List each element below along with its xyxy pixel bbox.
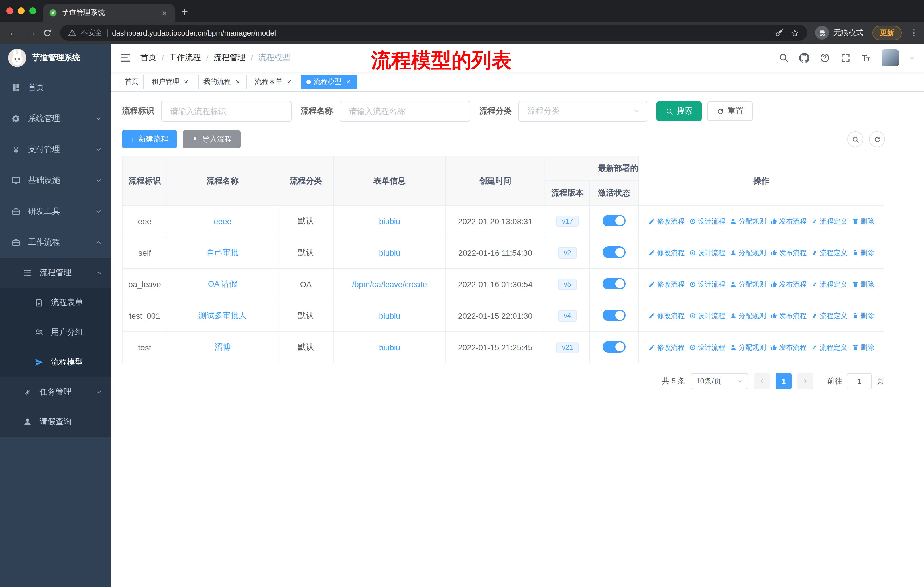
tag-process-model[interactable]: 流程模型 ×: [301, 74, 358, 89]
form-info-link[interactable]: biubiu: [379, 248, 401, 257]
form-info-link[interactable]: biubiu: [379, 343, 401, 352]
sidebar-item-process-mgmt[interactable]: 流程管理: [0, 258, 111, 288]
import-process-button[interactable]: 导入流程: [182, 130, 240, 149]
version-badge[interactable]: v2: [558, 247, 577, 258]
active-toggle[interactable]: [602, 246, 625, 258]
reload-button[interactable]: [42, 28, 52, 38]
category-select[interactable]: 流程分类: [518, 101, 647, 122]
sidebar-item-home[interactable]: 首页: [0, 72, 111, 103]
op-design-link[interactable]: 设计流程: [689, 311, 725, 321]
process-name-input[interactable]: [340, 101, 470, 122]
active-toggle[interactable]: [602, 309, 625, 321]
next-page-button[interactable]: [797, 373, 813, 389]
bookmark-star-icon[interactable]: [790, 28, 799, 37]
op-publish-link[interactable]: 发布流程: [771, 342, 807, 352]
op-assign-link[interactable]: 分配规则: [730, 279, 766, 289]
form-info-link[interactable]: biubiu: [379, 217, 401, 226]
op-modify-link[interactable]: 修改流程: [648, 311, 685, 321]
active-toggle[interactable]: [602, 341, 625, 352]
font-size-icon[interactable]: [861, 53, 871, 63]
password-key-icon[interactable]: [775, 28, 784, 37]
search-icon[interactable]: [779, 53, 789, 63]
user-avatar[interactable]: [882, 49, 899, 66]
window-close-button[interactable]: [6, 7, 13, 14]
op-definition-link[interactable]: 流程定义: [811, 279, 847, 289]
sidebar-logo[interactable]: 芋道管理系统: [0, 43, 111, 72]
breadcrumb-home[interactable]: 首页: [140, 53, 157, 63]
op-design-link[interactable]: 设计流程: [689, 248, 725, 258]
url-text[interactable]: dashboard.yudao.iocoder.cn/bpm/manager/m…: [112, 28, 276, 37]
op-definition-link[interactable]: 流程定义: [811, 217, 847, 226]
breadcrumb-workflow[interactable]: 工作流程: [169, 53, 201, 63]
page-size-select[interactable]: 10条/页: [691, 373, 748, 389]
op-modify-link[interactable]: 修改流程: [648, 248, 685, 258]
tag-my-process[interactable]: 我的流程 ×: [198, 74, 247, 89]
window-zoom-button[interactable]: [29, 7, 36, 14]
tag-process-form[interactable]: 流程表单 ×: [250, 74, 299, 89]
forward-button[interactable]: →: [24, 27, 39, 38]
version-badge[interactable]: v4: [558, 310, 577, 322]
op-assign-link[interactable]: 分配规则: [730, 342, 766, 352]
fullscreen-icon[interactable]: [840, 53, 851, 63]
search-button[interactable]: 搜索: [657, 101, 702, 121]
op-publish-link[interactable]: 发布流程: [771, 217, 807, 226]
create-process-button[interactable]: + 新建流程: [122, 130, 177, 149]
new-tab-button[interactable]: +: [182, 6, 188, 18]
version-badge[interactable]: v5: [558, 279, 577, 290]
address-bar[interactable]: 不安全 dashboard.yudao.iocoder.cn/bpm/manag…: [60, 25, 807, 41]
tag-home[interactable]: 首页: [120, 74, 144, 89]
op-design-link[interactable]: 设计流程: [689, 217, 725, 226]
op-modify-link[interactable]: 修改流程: [648, 217, 685, 226]
browser-update-button[interactable]: 更新: [873, 25, 902, 40]
op-modify-link[interactable]: 修改流程: [648, 279, 685, 289]
help-icon[interactable]: [820, 53, 830, 63]
form-info-link[interactable]: biubiu: [379, 311, 401, 321]
sidebar-item-leave-query[interactable]: 请假查询: [0, 407, 111, 437]
sidebar-item-task-mgmt[interactable]: 任务管理: [0, 377, 111, 407]
op-assign-link[interactable]: 分配规则: [730, 248, 766, 258]
op-design-link[interactable]: 设计流程: [689, 279, 725, 289]
op-modify-link[interactable]: 修改流程: [648, 342, 685, 352]
op-publish-link[interactable]: 发布流程: [771, 311, 807, 321]
browser-tab[interactable]: 芋道管理系统 ×: [43, 4, 175, 22]
sidebar-item-devtools[interactable]: 研发工具: [0, 196, 111, 227]
form-info-link[interactable]: /bpm/oa/leave/create: [352, 280, 427, 289]
browser-menu-icon[interactable]: ⋮: [910, 28, 918, 38]
tag-close-icon[interactable]: ×: [285, 78, 293, 86]
sidebar-item-workflow[interactable]: 工作流程: [0, 227, 111, 258]
op-delete-link[interactable]: 删除: [852, 342, 874, 352]
github-icon[interactable]: [799, 53, 809, 63]
version-badge[interactable]: v17: [556, 215, 579, 227]
tag-close-icon[interactable]: ×: [234, 78, 242, 86]
page-number-button[interactable]: 1: [776, 373, 792, 389]
breadcrumb-process-mgmt[interactable]: 流程管理: [214, 53, 246, 63]
refresh-table-button[interactable]: [869, 131, 885, 147]
goto-page-input[interactable]: [846, 373, 872, 389]
op-assign-link[interactable]: 分配规则: [730, 311, 766, 321]
op-definition-link[interactable]: 流程定义: [811, 248, 847, 258]
tag-tenant-mgmt[interactable]: 租户管理 ×: [147, 74, 195, 89]
op-delete-link[interactable]: 删除: [852, 217, 874, 226]
sidebar-item-infra[interactable]: 基础设施: [0, 165, 111, 196]
op-delete-link[interactable]: 删除: [852, 279, 874, 289]
active-toggle[interactable]: [602, 215, 625, 226]
toggle-search-button[interactable]: [847, 131, 863, 147]
sidebar-item-process-model[interactable]: 流程模型: [0, 347, 111, 377]
process-key-input[interactable]: [161, 101, 292, 122]
sidebar-item-process-form[interactable]: 流程表单: [0, 288, 111, 317]
op-definition-link[interactable]: 流程定义: [811, 342, 847, 352]
window-minimize-button[interactable]: [18, 7, 25, 14]
process-name-link[interactable]: 自己审批: [206, 248, 239, 257]
op-delete-link[interactable]: 删除: [852, 248, 874, 258]
op-publish-link[interactable]: 发布流程: [771, 248, 807, 258]
tag-close-icon[interactable]: ×: [182, 78, 190, 86]
version-badge[interactable]: v21: [556, 342, 579, 353]
sidebar-item-system[interactable]: 系统管理: [0, 103, 111, 134]
op-publish-link[interactable]: 发布流程: [771, 279, 807, 289]
reset-button[interactable]: 重置: [708, 101, 753, 121]
op-assign-link[interactable]: 分配规则: [730, 217, 766, 226]
prev-page-button[interactable]: [754, 373, 770, 389]
hamburger-icon[interactable]: [120, 52, 131, 64]
op-design-link[interactable]: 设计流程: [689, 342, 725, 352]
process-name-link[interactable]: 测试多审批人: [198, 311, 247, 320]
